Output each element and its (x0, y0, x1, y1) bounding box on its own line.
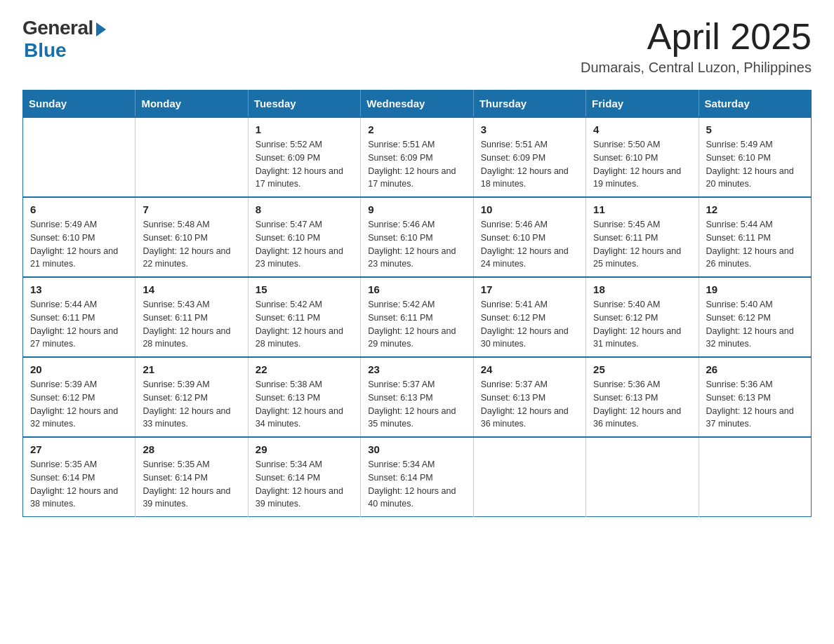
day-info: Sunrise: 5:50 AM Sunset: 6:10 PM Dayligh… (593, 138, 691, 191)
day-info: Sunrise: 5:42 AM Sunset: 6:11 PM Dayligh… (256, 298, 353, 351)
day-number: 5 (706, 123, 804, 135)
calendar-week-row: 13Sunrise: 5:44 AM Sunset: 6:11 PM Dayli… (23, 277, 812, 357)
day-info: Sunrise: 5:34 AM Sunset: 6:14 PM Dayligh… (368, 458, 465, 511)
calendar-cell: 22Sunrise: 5:38 AM Sunset: 6:13 PM Dayli… (248, 357, 360, 437)
calendar-cell: 28Sunrise: 5:35 AM Sunset: 6:14 PM Dayli… (135, 437, 248, 517)
day-number: 3 (481, 123, 578, 135)
day-info: Sunrise: 5:37 AM Sunset: 6:13 PM Dayligh… (368, 378, 465, 431)
calendar-cell (473, 437, 585, 517)
calendar-cell: 19Sunrise: 5:40 AM Sunset: 6:12 PM Dayli… (699, 277, 811, 357)
calendar-cell: 12Sunrise: 5:44 AM Sunset: 6:11 PM Dayli… (699, 197, 811, 277)
day-number: 21 (143, 363, 240, 375)
day-number: 2 (368, 123, 465, 135)
calendar-cell: 1Sunrise: 5:52 AM Sunset: 6:09 PM Daylig… (248, 117, 360, 197)
location-text: Dumarais, Central Luzon, Philippines (581, 60, 812, 76)
day-info: Sunrise: 5:42 AM Sunset: 6:11 PM Dayligh… (368, 298, 465, 351)
weekday-header-monday: Monday (135, 90, 248, 118)
calendar-cell: 24Sunrise: 5:37 AM Sunset: 6:13 PM Dayli… (473, 357, 585, 437)
logo-blue-text: Blue (24, 39, 67, 62)
weekday-header-wednesday: Wednesday (361, 90, 473, 118)
calendar-cell: 13Sunrise: 5:44 AM Sunset: 6:11 PM Dayli… (23, 277, 135, 357)
month-title: April 2025 (581, 17, 812, 57)
calendar-week-row: 27Sunrise: 5:35 AM Sunset: 6:14 PM Dayli… (23, 437, 812, 517)
calendar-table: SundayMondayTuesdayWednesdayThursdayFrid… (22, 90, 812, 517)
calendar-cell: 20Sunrise: 5:39 AM Sunset: 6:12 PM Dayli… (23, 357, 135, 437)
day-info: Sunrise: 5:44 AM Sunset: 6:11 PM Dayligh… (706, 218, 804, 271)
calendar-cell (586, 437, 699, 517)
calendar-cell: 11Sunrise: 5:45 AM Sunset: 6:11 PM Dayli… (586, 197, 699, 277)
calendar-cell: 26Sunrise: 5:36 AM Sunset: 6:13 PM Dayli… (699, 357, 811, 437)
day-info: Sunrise: 5:36 AM Sunset: 6:13 PM Dayligh… (706, 378, 804, 431)
day-number: 15 (256, 283, 353, 295)
day-info: Sunrise: 5:51 AM Sunset: 6:09 PM Dayligh… (481, 138, 578, 191)
calendar-cell: 4Sunrise: 5:50 AM Sunset: 6:10 PM Daylig… (586, 117, 699, 197)
page-header: General Blue April 2025 Dumarais, Centra… (22, 17, 812, 76)
day-info: Sunrise: 5:35 AM Sunset: 6:14 PM Dayligh… (30, 458, 128, 511)
day-number: 6 (30, 203, 128, 215)
calendar-week-row: 1Sunrise: 5:52 AM Sunset: 6:09 PM Daylig… (23, 117, 812, 197)
day-number: 23 (368, 363, 465, 375)
day-info: Sunrise: 5:51 AM Sunset: 6:09 PM Dayligh… (368, 138, 465, 191)
logo-general-text: General (22, 17, 93, 39)
calendar-cell: 14Sunrise: 5:43 AM Sunset: 6:11 PM Dayli… (135, 277, 248, 357)
calendar-cell (135, 117, 248, 197)
day-number: 27 (30, 443, 128, 455)
weekday-header-saturday: Saturday (699, 90, 811, 118)
calendar-cell: 21Sunrise: 5:39 AM Sunset: 6:12 PM Dayli… (135, 357, 248, 437)
day-number: 29 (256, 443, 353, 455)
day-info: Sunrise: 5:34 AM Sunset: 6:14 PM Dayligh… (256, 458, 353, 511)
calendar-cell (23, 117, 135, 197)
calendar-week-row: 20Sunrise: 5:39 AM Sunset: 6:12 PM Dayli… (23, 357, 812, 437)
day-info: Sunrise: 5:36 AM Sunset: 6:13 PM Dayligh… (593, 378, 691, 431)
day-number: 13 (30, 283, 128, 295)
calendar-cell: 25Sunrise: 5:36 AM Sunset: 6:13 PM Dayli… (586, 357, 699, 437)
day-number: 1 (256, 123, 353, 135)
day-info: Sunrise: 5:39 AM Sunset: 6:12 PM Dayligh… (143, 378, 240, 431)
weekday-header-friday: Friday (586, 90, 699, 118)
day-info: Sunrise: 5:44 AM Sunset: 6:11 PM Dayligh… (30, 298, 128, 351)
calendar-cell: 30Sunrise: 5:34 AM Sunset: 6:14 PM Dayli… (361, 437, 473, 517)
calendar-cell: 17Sunrise: 5:41 AM Sunset: 6:12 PM Dayli… (473, 277, 585, 357)
day-info: Sunrise: 5:48 AM Sunset: 6:10 PM Dayligh… (143, 218, 240, 271)
weekday-header-tuesday: Tuesday (248, 90, 360, 118)
day-number: 14 (143, 283, 240, 295)
day-number: 8 (256, 203, 353, 215)
calendar-cell: 29Sunrise: 5:34 AM Sunset: 6:14 PM Dayli… (248, 437, 360, 517)
calendar-cell: 5Sunrise: 5:49 AM Sunset: 6:10 PM Daylig… (699, 117, 811, 197)
day-number: 10 (481, 203, 578, 215)
day-number: 7 (143, 203, 240, 215)
day-number: 17 (481, 283, 578, 295)
calendar-cell: 6Sunrise: 5:49 AM Sunset: 6:10 PM Daylig… (23, 197, 135, 277)
day-number: 30 (368, 443, 465, 455)
weekday-header-thursday: Thursday (473, 90, 585, 118)
calendar-cell: 15Sunrise: 5:42 AM Sunset: 6:11 PM Dayli… (248, 277, 360, 357)
day-number: 16 (368, 283, 465, 295)
calendar-cell: 18Sunrise: 5:40 AM Sunset: 6:12 PM Dayli… (586, 277, 699, 357)
calendar-cell: 27Sunrise: 5:35 AM Sunset: 6:14 PM Dayli… (23, 437, 135, 517)
calendar-cell: 7Sunrise: 5:48 AM Sunset: 6:10 PM Daylig… (135, 197, 248, 277)
calendar-cell: 16Sunrise: 5:42 AM Sunset: 6:11 PM Dayli… (361, 277, 473, 357)
day-number: 11 (593, 203, 691, 215)
day-info: Sunrise: 5:43 AM Sunset: 6:11 PM Dayligh… (143, 298, 240, 351)
day-number: 18 (593, 283, 691, 295)
day-info: Sunrise: 5:40 AM Sunset: 6:12 PM Dayligh… (706, 298, 804, 351)
day-number: 28 (143, 443, 240, 455)
logo-arrow-icon (96, 22, 106, 36)
day-info: Sunrise: 5:47 AM Sunset: 6:10 PM Dayligh… (256, 218, 353, 271)
title-section: April 2025 Dumarais, Central Luzon, Phil… (581, 17, 812, 76)
day-number: 12 (706, 203, 804, 215)
day-number: 9 (368, 203, 465, 215)
day-info: Sunrise: 5:40 AM Sunset: 6:12 PM Dayligh… (593, 298, 691, 351)
calendar-week-row: 6Sunrise: 5:49 AM Sunset: 6:10 PM Daylig… (23, 197, 812, 277)
day-info: Sunrise: 5:49 AM Sunset: 6:10 PM Dayligh… (30, 218, 128, 271)
calendar-cell: 23Sunrise: 5:37 AM Sunset: 6:13 PM Dayli… (361, 357, 473, 437)
calendar-cell: 3Sunrise: 5:51 AM Sunset: 6:09 PM Daylig… (473, 117, 585, 197)
day-info: Sunrise: 5:38 AM Sunset: 6:13 PM Dayligh… (256, 378, 353, 431)
day-number: 26 (706, 363, 804, 375)
day-info: Sunrise: 5:39 AM Sunset: 6:12 PM Dayligh… (30, 378, 128, 431)
weekday-header-sunday: Sunday (23, 90, 135, 118)
day-info: Sunrise: 5:37 AM Sunset: 6:13 PM Dayligh… (481, 378, 578, 431)
calendar-cell: 9Sunrise: 5:46 AM Sunset: 6:10 PM Daylig… (361, 197, 473, 277)
day-info: Sunrise: 5:46 AM Sunset: 6:10 PM Dayligh… (368, 218, 465, 271)
calendar-header-row: SundayMondayTuesdayWednesdayThursdayFrid… (23, 90, 812, 118)
